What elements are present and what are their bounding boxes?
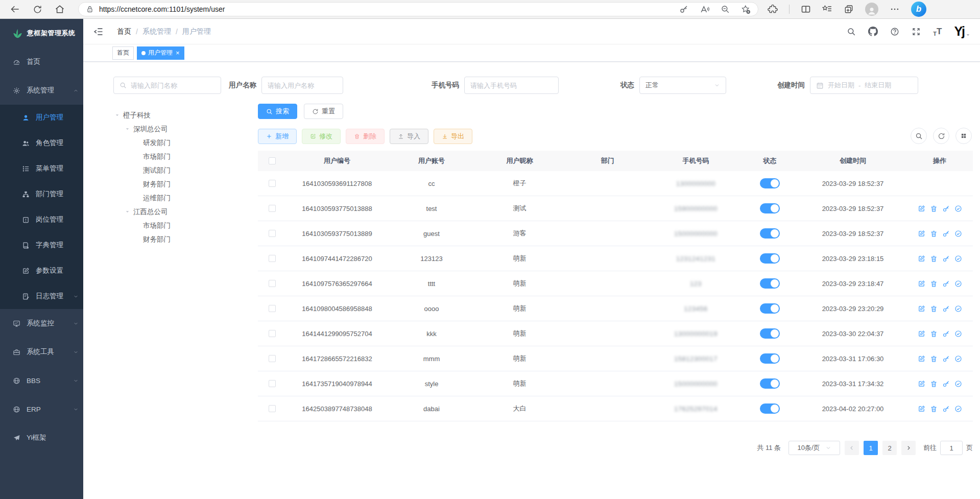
browser-profile-avatar[interactable]: [865, 3, 878, 16]
delete-user-icon[interactable]: [930, 280, 938, 288]
sidebar-item-home[interactable]: 首页: [0, 47, 83, 76]
reset-password-icon[interactable]: [942, 280, 950, 288]
status-select[interactable]: 正常: [639, 77, 726, 94]
status-toggle[interactable]: [760, 378, 780, 389]
delete-user-icon[interactable]: [930, 405, 938, 413]
collections-icon[interactable]: [822, 4, 832, 14]
status-toggle[interactable]: [760, 303, 780, 314]
sidebar-item-menu-mgmt[interactable]: 菜单管理: [0, 156, 83, 181]
delete-user-icon[interactable]: [930, 305, 938, 313]
delete-user-icon[interactable]: [930, 380, 938, 388]
edit-user-icon[interactable]: [918, 355, 925, 363]
zoom-out-icon[interactable]: [721, 5, 730, 14]
sidebar-item-system-mgmt[interactable]: 系统管理: [0, 76, 83, 105]
fullscreen-icon[interactable]: [912, 27, 921, 36]
sidebar-item-dict-mgmt[interactable]: 字典管理: [0, 232, 83, 258]
bing-chat-icon[interactable]: b: [911, 2, 926, 17]
tree-caret-icon[interactable]: [114, 112, 120, 118]
assign-role-icon[interactable]: [954, 380, 962, 388]
table-search-toggle-icon[interactable]: [911, 128, 927, 144]
assign-role-icon[interactable]: [954, 230, 962, 237]
tree-node[interactable]: 市场部门: [113, 150, 258, 163]
row-checkbox[interactable]: [269, 380, 276, 387]
assign-role-icon[interactable]: [954, 280, 962, 288]
reset-password-icon[interactable]: [942, 380, 950, 388]
sidebar-item-post-mgmt[interactable]: 岗位管理: [0, 207, 83, 232]
browser-back-icon[interactable]: [10, 4, 20, 14]
page-number-1[interactable]: 1: [864, 441, 878, 455]
status-toggle[interactable]: [760, 353, 780, 364]
status-toggle[interactable]: [760, 278, 780, 289]
table-refresh-icon[interactable]: [933, 128, 949, 144]
address-bar[interactable]: https://ccnetcore.com:1101/system/user: [78, 2, 758, 16]
edit-user-icon[interactable]: [918, 230, 925, 237]
edit-user-icon[interactable]: [918, 405, 925, 413]
reset-password-icon[interactable]: [942, 355, 950, 363]
tab-close-icon[interactable]: ×: [176, 50, 180, 56]
edit-user-icon[interactable]: [918, 330, 925, 338]
edit-user-icon[interactable]: [918, 280, 925, 288]
lock-icon[interactable]: [86, 5, 94, 13]
tree-node[interactable]: 江西总公司: [113, 205, 258, 219]
favorite-add-icon[interactable]: [741, 5, 751, 14]
delete-button[interactable]: 删除: [346, 129, 385, 144]
sidebar-item-system-tools[interactable]: 系统工具: [0, 338, 83, 366]
assign-role-icon[interactable]: [954, 205, 962, 212]
status-toggle[interactable]: [760, 328, 780, 339]
status-toggle[interactable]: [760, 253, 780, 264]
row-checkbox[interactable]: [269, 205, 276, 212]
reset-password-icon[interactable]: [942, 205, 950, 212]
page-number-2[interactable]: 2: [882, 441, 897, 455]
status-toggle[interactable]: [760, 403, 780, 414]
sidebar-item-yi-framework[interactable]: Yi框架: [0, 423, 83, 452]
row-checkbox[interactable]: [269, 330, 276, 337]
next-page-button[interactable]: [901, 441, 916, 455]
assign-role-icon[interactable]: [954, 405, 962, 413]
username-field[interactable]: [268, 82, 337, 89]
url-text[interactable]: https://ccnetcore.com:1101/system/user: [99, 5, 225, 13]
reset-password-icon[interactable]: [942, 330, 950, 338]
row-checkbox[interactable]: [269, 280, 276, 287]
github-icon[interactable]: [868, 27, 878, 36]
row-checkbox[interactable]: [269, 230, 276, 237]
font-size-icon[interactable]: TT: [933, 27, 942, 37]
reset-button[interactable]: 重置: [304, 104, 343, 119]
tree-node[interactable]: 运维部门: [113, 191, 258, 205]
export-button[interactable]: 导出: [434, 129, 472, 144]
reset-password-icon[interactable]: [942, 230, 950, 237]
tree-node[interactable]: 市场部门: [113, 219, 258, 232]
tree-caret-icon[interactable]: [125, 209, 130, 215]
edit-user-icon[interactable]: [918, 205, 925, 212]
assign-role-icon[interactable]: [954, 255, 962, 263]
breadcrumb-home[interactable]: 首页: [117, 27, 131, 36]
sidebar-item-dept-mgmt[interactable]: 部门管理: [0, 181, 83, 207]
delete-user-icon[interactable]: [930, 230, 938, 237]
sidebar-item-param-settings[interactable]: 参数设置: [0, 258, 83, 283]
row-checkbox[interactable]: [269, 180, 276, 187]
tab-actions-icon[interactable]: [844, 4, 854, 14]
edit-button[interactable]: 修改: [302, 129, 341, 144]
search-button[interactable]: 搜索: [258, 104, 297, 119]
browser-home-icon[interactable]: [55, 4, 65, 14]
delete-user-icon[interactable]: [930, 255, 938, 263]
date-range-picker[interactable]: 开始日期 - 结束日期: [810, 77, 918, 94]
browser-refresh-icon[interactable]: [33, 5, 42, 14]
extensions-icon[interactable]: [768, 4, 778, 14]
user-avatar-logo[interactable]: Yj: [954, 25, 964, 38]
help-icon[interactable]: [890, 27, 899, 36]
sidebar-item-erp[interactable]: ERP: [0, 395, 83, 423]
tree-node[interactable]: 橙子科技: [113, 108, 258, 122]
dept-search-input[interactable]: [113, 77, 221, 94]
tab-home[interactable]: 首页: [112, 46, 134, 60]
sidebar-item-bbs[interactable]: BBS: [0, 366, 83, 395]
delete-user-icon[interactable]: [930, 330, 938, 338]
import-button[interactable]: 导入: [390, 129, 428, 144]
sidebar-item-user-mgmt[interactable]: 用户管理: [0, 105, 83, 130]
status-toggle[interactable]: [760, 203, 780, 213]
sidebar-collapse-icon[interactable]: [93, 27, 104, 37]
username-input[interactable]: [261, 77, 343, 94]
read-aloud-icon[interactable]: [700, 5, 709, 14]
assign-role-icon[interactable]: [954, 330, 962, 338]
add-button[interactable]: 新增: [258, 129, 297, 144]
tree-node[interactable]: 研发部门: [113, 136, 258, 150]
